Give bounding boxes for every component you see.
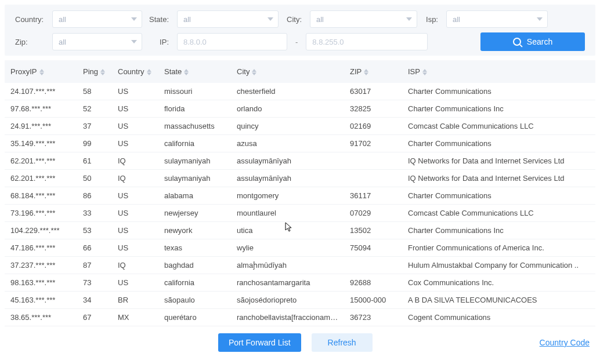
cell-country: US [112, 187, 158, 205]
cell-ping: 53 [77, 222, 112, 239]
ip-range-dash: - [293, 38, 300, 46]
table-row[interactable]: 104.229.***.***53USnewyorkutica13502Char… [5, 222, 595, 239]
col-country[interactable]: Country [112, 60, 158, 83]
table-row[interactable]: 24.91.***.***37USmassachusettsquincy0216… [5, 118, 595, 135]
cell-proxy: 97.68.***.*** [5, 100, 77, 118]
col-proxyip[interactable]: ProxyIP [5, 60, 77, 83]
cell-country: US [112, 222, 158, 239]
table-row[interactable]: 45.163.***.***34BRsãopaulosãojosédoriopr… [5, 292, 595, 309]
cell-city: azusa [231, 135, 344, 152]
filter-row-1: Country: all State: all City: all Isp: a… [15, 10, 585, 28]
cell-country: IQ [112, 257, 158, 274]
isp-select[interactable]: all [446, 10, 548, 28]
country-value: all [59, 15, 66, 24]
cell-city: almaḩmūdīyah [231, 257, 344, 274]
cell-isp: Comcast Cable Communications LLC [402, 118, 595, 135]
bottom-bar: Port Forward List Refresh Country Code [0, 326, 600, 359]
cell-proxy: 62.201.***.*** [5, 170, 77, 187]
cell-isp: A B DA SILVA TELECOMUNICACOES [402, 292, 595, 309]
cell-proxy: 24.107.***.*** [5, 83, 77, 100]
refresh-button[interactable]: Refresh [312, 333, 373, 352]
cell-state: massachusetts [158, 118, 231, 135]
search-button[interactable]: Search [480, 32, 585, 51]
cell-proxy: 73.196.***.*** [5, 205, 77, 222]
sort-icon [422, 69, 427, 75]
col-zip[interactable]: ZIP [344, 60, 402, 83]
cell-proxy: 68.184.***.*** [5, 187, 77, 205]
country-select[interactable]: all [52, 10, 142, 28]
table-row[interactable]: 98.163.***.***73UScaliforniaranchosantam… [5, 274, 595, 292]
cell-country: US [112, 274, 158, 292]
chevron-down-icon [268, 17, 273, 21]
cell-zip: 07029 [344, 205, 402, 222]
cell-zip: 92688 [344, 274, 402, 292]
cell-country: US [112, 83, 158, 100]
cell-isp: Hulum Almustakbal Company for Communicat… [402, 257, 595, 274]
ip-from-input[interactable] [177, 33, 287, 50]
chevron-down-icon [406, 17, 412, 21]
cell-zip [344, 257, 402, 274]
col-city[interactable]: City [231, 60, 344, 83]
chevron-down-icon [537, 17, 543, 21]
cell-isp: Charter Communications [402, 135, 595, 152]
cell-city: chesterfield [231, 83, 344, 100]
sort-icon [252, 69, 256, 75]
cell-country: US [112, 135, 158, 152]
cell-city: ranchobellavista[fraccionamie.. [231, 309, 344, 326]
cell-ping: 33 [77, 205, 112, 222]
cell-state: baghdad [158, 257, 231, 274]
table-row[interactable]: 24.107.***.***58USmissourichesterfield63… [5, 83, 595, 100]
sort-icon [100, 69, 105, 75]
cell-isp: Charter Communications [402, 187, 595, 205]
table-row[interactable]: 68.184.***.***86USalabamamontgomery36117… [5, 187, 595, 205]
col-isp[interactable]: ISP [402, 60, 595, 83]
cell-city: mountlaurel [231, 205, 344, 222]
cell-isp: Comcast Cable Communications LLC [402, 205, 595, 222]
zip-select[interactable]: all [52, 33, 142, 50]
cell-city: orlando [231, 100, 344, 118]
cell-ping: 66 [77, 239, 112, 257]
cell-zip: 75094 [344, 239, 402, 257]
table-row[interactable]: 97.68.***.***52USfloridaorlando32825Char… [5, 100, 595, 118]
table-row[interactable]: 62.201.***.***61IQsulaymaniyahassulaymān… [5, 152, 595, 170]
cell-state: california [158, 135, 231, 152]
cell-city: assulaymānīyah [231, 170, 344, 187]
cell-zip: 02169 [344, 118, 402, 135]
table-row[interactable]: 73.196.***.***33USnewjerseymountlaurel07… [5, 205, 595, 222]
city-label: City: [284, 15, 304, 24]
col-state[interactable]: State [158, 60, 231, 83]
sort-icon [364, 69, 368, 75]
ip-label: IP: [148, 38, 171, 46]
state-select[interactable]: all [177, 10, 279, 28]
cell-country: US [112, 118, 158, 135]
cell-state: texas [158, 239, 231, 257]
cell-country: BR [112, 292, 158, 309]
proxy-table: ProxyIP Ping Country State City ZIP ISP … [5, 60, 595, 326]
state-value: all [183, 15, 191, 24]
table-row[interactable]: 35.149.***.***99UScaliforniaazusa91702Ch… [5, 135, 595, 152]
col-ping[interactable]: Ping [77, 60, 112, 83]
city-select[interactable]: all [310, 10, 417, 28]
cell-city: assulaymānīyah [231, 152, 344, 170]
cell-isp: Frontier Communications of America Inc. [402, 239, 595, 257]
zip-label: Zip: [15, 38, 46, 46]
cell-ping: 58 [77, 83, 112, 100]
cell-isp: IQ Networks for Data and Internet Servic… [402, 170, 595, 187]
table-row[interactable]: 62.201.***.***50IQsulaymaniyahassulaymān… [5, 170, 595, 187]
country-code-link[interactable]: Country Code [540, 338, 590, 347]
table-row[interactable]: 47.186.***.***66UStexaswylie75094Frontie… [5, 239, 595, 257]
port-forward-button[interactable]: Port Forward List [218, 333, 301, 352]
cell-isp: Charter Communications [402, 83, 595, 100]
cell-ping: 34 [77, 292, 112, 309]
cell-city: sãojosédoriopreto [231, 292, 344, 309]
cell-zip: 63017 [344, 83, 402, 100]
sort-icon [147, 69, 151, 75]
table-row[interactable]: 37.237.***.***87IQbaghdadalmaḩmūdīyahHul… [5, 257, 595, 274]
cell-ping: 61 [77, 152, 112, 170]
cell-city: wylie [231, 239, 344, 257]
table-row[interactable]: 38.65.***.***67MXquerétaroranchobellavis… [5, 309, 595, 326]
cell-state: sãopaulo [158, 292, 231, 309]
cell-state: newjersey [158, 205, 231, 222]
cell-zip: 91702 [344, 135, 402, 152]
ip-to-input[interactable] [306, 33, 428, 50]
